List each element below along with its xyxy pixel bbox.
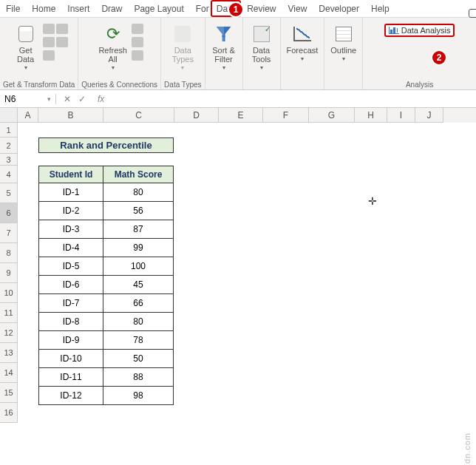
cell[interactable]: 66	[103, 294, 174, 313]
col-header-H[interactable]: H	[355, 108, 387, 123]
cell[interactable]: 78	[103, 331, 174, 350]
row-header-13[interactable]: 13	[0, 343, 18, 363]
cell[interactable]: 100	[103, 257, 174, 276]
group-get-transform: Get Data ▾ Get & Transform Data	[0, 18, 78, 89]
forecast-button[interactable]: Forecast ▾	[284, 22, 322, 64]
existing-conn-icon[interactable]	[56, 37, 68, 47]
from-web-icon[interactable]	[43, 37, 55, 47]
fx-icon[interactable]: fx	[93, 94, 104, 104]
properties-icon[interactable]	[132, 37, 143, 47]
cell[interactable]: ID-1	[39, 183, 103, 202]
table-row[interactable]: ID-978	[39, 331, 174, 350]
row-header-9[interactable]: 9	[0, 263, 18, 283]
cell[interactable]: 50	[103, 350, 174, 368]
row-header-14[interactable]: 14	[0, 363, 18, 383]
col-header-A[interactable]: A	[18, 108, 38, 123]
row-header-12[interactable]: 12	[0, 323, 18, 343]
data-tools-button[interactable]: Data Tools ▾	[246, 22, 277, 72]
tab-home[interactable]: Home	[26, 0, 61, 17]
cell[interactable]: 45	[103, 276, 174, 294]
cell[interactable]: 98	[103, 387, 174, 405]
col-header-E[interactable]: E	[219, 108, 263, 123]
row-header-15[interactable]: 15	[0, 383, 18, 403]
cells-area[interactable]: Rank and Percentile Student IdMath Score…	[18, 123, 476, 423]
col-header-D[interactable]: D	[174, 108, 219, 123]
get-data-button[interactable]: Get Data ▾	[10, 22, 41, 72]
col-header-B[interactable]: B	[38, 108, 103, 123]
row-header-11[interactable]: 11	[0, 303, 18, 323]
edit-links-icon[interactable]	[132, 50, 143, 61]
cell[interactable]: ID-7	[39, 294, 103, 313]
tab-for[interactable]: For	[190, 0, 211, 17]
table-row[interactable]: ID-880	[39, 313, 174, 331]
title-cell[interactable]: Rank and Percentile	[38, 138, 174, 153]
table-row[interactable]: ID-256	[39, 202, 174, 220]
row-header-3[interactable]: 3	[0, 154, 18, 166]
cell[interactable]: 80	[103, 313, 174, 331]
cell[interactable]: 56	[103, 202, 174, 220]
cell[interactable]: ID-2	[39, 202, 103, 220]
row-header-7[interactable]: 7	[0, 223, 18, 243]
row-header-10[interactable]: 10	[0, 283, 18, 303]
row-header-2[interactable]: 2	[0, 138, 18, 154]
col-header-J[interactable]: J	[415, 108, 443, 123]
cell[interactable]: ID-8	[39, 313, 103, 331]
data-analysis-button[interactable]: Data Analysis	[384, 24, 455, 37]
from-table-icon[interactable]	[43, 50, 55, 61]
row-header-5[interactable]: 5	[0, 183, 18, 203]
cell[interactable]: ID-6	[39, 276, 103, 294]
tab-help[interactable]: Help	[365, 0, 395, 17]
table-row[interactable]: ID-1188	[39, 368, 174, 387]
table-header[interactable]: Math Score	[103, 166, 174, 183]
col-header-F[interactable]: F	[263, 108, 309, 123]
tab-review[interactable]: Review	[241, 0, 282, 17]
cancel-icon[interactable]: ✕	[64, 94, 71, 104]
row-header-6[interactable]: 6	[0, 203, 18, 223]
cell[interactable]: ID-11	[39, 368, 103, 387]
row-header-4[interactable]: 4	[0, 166, 18, 183]
tab-page-layout[interactable]: Page Layout	[128, 0, 189, 17]
table-header[interactable]: Student Id	[39, 166, 103, 183]
enter-icon[interactable]: ✓	[78, 94, 86, 104]
refresh-all-button[interactable]: ⟳ Refresh All ▾	[95, 22, 130, 72]
cell[interactable]: ID-4	[39, 239, 103, 257]
data-table[interactable]: Student IdMath ScoreID-180ID-256ID-387ID…	[38, 166, 174, 405]
select-all-corner[interactable]	[0, 108, 18, 123]
cell[interactable]: 99	[103, 239, 174, 257]
outline-icon	[336, 27, 352, 41]
tab-view[interactable]: View	[282, 0, 313, 17]
col-header-G[interactable]: G	[309, 108, 355, 123]
cell[interactable]: ID-5	[39, 257, 103, 276]
tab-file[interactable]: File	[0, 0, 26, 17]
tab-draw[interactable]: Draw	[95, 0, 128, 17]
from-text-icon[interactable]	[43, 24, 55, 34]
recent-sources-icon[interactable]	[56, 24, 68, 34]
cell[interactable]: 87	[103, 220, 174, 239]
queries-icon[interactable]	[132, 24, 143, 34]
name-box[interactable]: N6▾	[0, 94, 56, 104]
row-header-8[interactable]: 8	[0, 243, 18, 263]
outline-button[interactable]: Outline ▾	[327, 22, 359, 64]
cell[interactable]: 80	[103, 183, 174, 202]
col-header-C[interactable]: C	[103, 108, 174, 123]
table-row[interactable]: ID-499	[39, 239, 174, 257]
tab-developer[interactable]: Developer	[313, 0, 365, 17]
cell[interactable]: ID-12	[39, 387, 103, 405]
cell[interactable]: ID-3	[39, 220, 103, 239]
table-row[interactable]: ID-387	[39, 220, 174, 239]
table-row[interactable]: ID-766	[39, 294, 174, 313]
cell[interactable]: ID-9	[39, 331, 103, 350]
table-row[interactable]: ID-1050	[39, 350, 174, 368]
table-row[interactable]: ID-5100	[39, 257, 174, 276]
row-header-1[interactable]: 1	[0, 123, 18, 138]
table-row[interactable]: ID-1298	[39, 387, 174, 405]
table-row[interactable]: ID-180	[39, 183, 174, 202]
data-types-button[interactable]: Data Types ▾	[167, 22, 198, 72]
table-row[interactable]: ID-645	[39, 276, 174, 294]
col-header-I[interactable]: I	[387, 108, 415, 123]
cell[interactable]: 88	[103, 368, 174, 387]
row-header-16[interactable]: 16	[0, 403, 18, 423]
sort-filter-button[interactable]: Sort & Filter ▾	[208, 22, 239, 72]
cell[interactable]: ID-10	[39, 350, 103, 368]
tab-insert[interactable]: Insert	[61, 0, 95, 17]
